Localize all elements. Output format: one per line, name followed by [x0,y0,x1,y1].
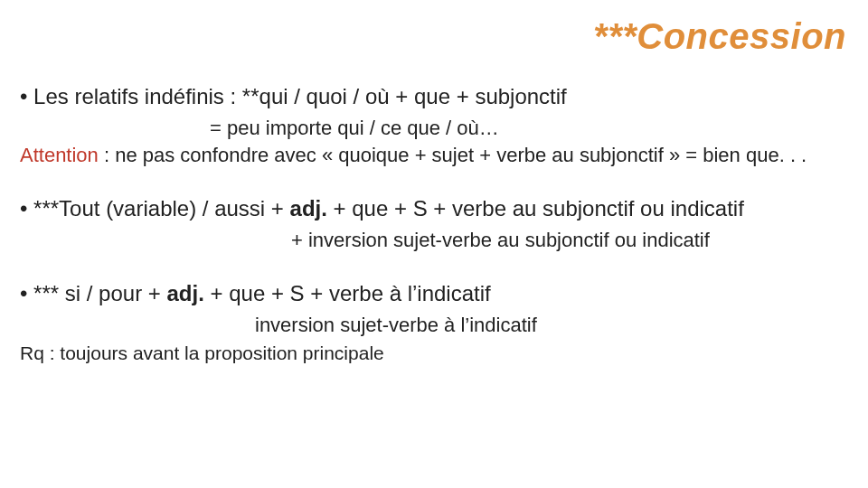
adj-bold: adj. [290,196,327,221]
adj-bold: adj. [167,281,204,305]
bullet-tout: ***Tout (variable) / aussi + adj. + que … [20,194,848,223]
warning-prefix: Attention [20,144,99,166]
page-title: ***Concession [20,16,848,57]
bullet-si-post: + que + S + verbe à l’indicatif [204,281,491,305]
remark: Rq : toujours avant la proposition princ… [20,341,848,366]
warning-text: : ne pas confondre avec « quoique + suje… [99,144,807,166]
spacer [20,169,848,194]
bullet-relatifs: Les relatifs indéfinis : **qui / quoi / … [20,82,848,111]
spacer [20,254,848,279]
bullet-relatifs-warning: Attention : ne pas confondre avec « quoi… [20,142,848,169]
bullet-si-pre: *** si / pour + [33,281,166,305]
slide: { "title": "***Concession", "bullets": [… [0,0,868,488]
body: Les relatifs indéfinis : **qui / quoi / … [20,82,848,366]
bullet-tout-line2: + inversion sujet-verbe au subjonctif ou… [20,227,848,254]
bullet-tout-pre: ***Tout (variable) / aussi + [33,196,289,221]
bullet-tout-post: + que + S + verbe au subjonctif ou indic… [327,196,744,221]
bullet-relatifs-gloss: = peu importe qui / ce que / où… [20,115,848,142]
bullet-si-line2: inversion sujet-verbe à l’indicatif [20,312,848,339]
bullet-si-pour: *** si / pour + adj. + que + S + verbe à… [20,279,848,308]
